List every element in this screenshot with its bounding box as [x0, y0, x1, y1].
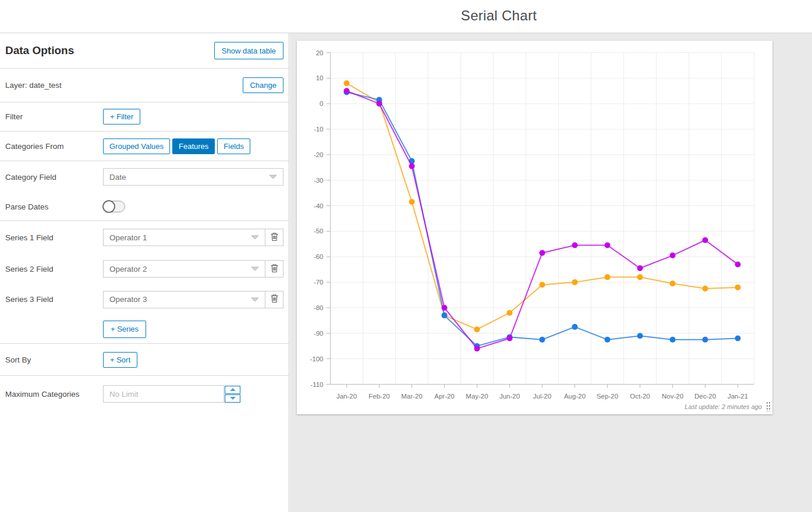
serial-chart-card: 20100-10-20-30-40-50-60-70-80-90-100-110… [297, 41, 772, 414]
y-axis-label: -20 [314, 151, 324, 158]
chart-point[interactable] [703, 337, 708, 343]
category-field-dropdown[interactable]: Date [103, 168, 283, 186]
categories-from-features-button[interactable]: Features [172, 138, 215, 154]
categories-from-label: Categories From [5, 142, 103, 151]
chart-point[interactable] [344, 80, 350, 86]
series-3-delete-button[interactable] [265, 291, 283, 308]
change-layer-button[interactable]: Change [243, 77, 283, 93]
sort-by-label: Sort By [5, 355, 103, 364]
y-axis-label: -30 [314, 177, 324, 184]
add-series-button[interactable]: + Series [103, 321, 146, 338]
stepper-down-button[interactable] [225, 394, 240, 403]
category-field-row: Category Field Date [0, 161, 289, 193]
chart-point[interactable] [670, 280, 676, 286]
chart-point[interactable] [703, 237, 708, 243]
chart-point[interactable] [540, 282, 545, 288]
last-update-text: Last update: 2 minutes ago [685, 403, 762, 410]
chart-point[interactable] [474, 346, 480, 351]
show-data-table-button[interactable]: Show data table [214, 42, 283, 59]
maximum-categories-row: Maximum Categories [0, 376, 289, 412]
y-axis-label: -50 [314, 227, 324, 234]
chart-point[interactable] [572, 324, 578, 330]
y-axis-label: 10 [316, 74, 324, 81]
chart-point[interactable] [377, 101, 382, 106]
category-field-label: Category Field [5, 173, 103, 182]
series-3-dropdown[interactable]: Operator 3 [103, 291, 265, 308]
chart-point[interactable] [540, 250, 545, 256]
trash-icon [270, 294, 279, 305]
serial-chart-config-page: Serial Chart Data Options Show data tabl… [0, 0, 812, 512]
chart-point[interactable] [409, 163, 415, 169]
category-field-value: Date [104, 173, 269, 182]
title-bar: Serial Chart [0, 0, 812, 33]
x-axis-label: Mar-20 [401, 393, 422, 400]
parse-dates-label: Parse Dates [5, 202, 103, 211]
panel-header: Data Options Show data table [0, 33, 289, 69]
chart-point[interactable] [637, 333, 643, 339]
chart-point[interactable] [474, 326, 480, 332]
parse-dates-toggle[interactable] [103, 201, 125, 212]
series-1-row: Series 1 Field Operator 1 [0, 221, 289, 254]
chevron-down-icon [251, 235, 259, 240]
chart-point[interactable] [572, 243, 578, 248]
serial-chart[interactable]: 20100-10-20-30-40-50-60-70-80-90-100-110… [297, 41, 772, 401]
series-2-value: Operator 2 [104, 265, 251, 273]
y-axis-label: -90 [314, 330, 324, 337]
sort-by-row: Sort By + Sort [0, 344, 289, 376]
chart-point[interactable] [540, 337, 545, 343]
filter-label: Filter [5, 112, 103, 121]
series-3-label: Series 3 Field [5, 295, 103, 304]
x-axis-label: Jul-20 [533, 393, 551, 400]
chart-line-operator-2 [347, 83, 738, 329]
maximum-categories-label: Maximum Categories [5, 390, 103, 399]
chart-point[interactable] [507, 336, 513, 342]
chart-point[interactable] [735, 261, 741, 267]
maximum-categories-input[interactable] [103, 385, 224, 403]
x-axis-label: Jun-20 [499, 393, 520, 400]
chevron-down-icon [251, 297, 259, 302]
add-sort-button[interactable]: + Sort [103, 352, 137, 368]
chevron-down-icon [269, 175, 277, 179]
chart-point[interactable] [507, 310, 513, 316]
chart-point[interactable] [442, 305, 448, 311]
chart-line-operator-3 [347, 91, 738, 349]
add-filter-button[interactable]: + Filter [103, 109, 140, 125]
resize-grip-icon[interactable] [766, 401, 771, 411]
add-series-row: + Series [0, 315, 289, 344]
y-axis-label: -10 [314, 126, 324, 133]
series-3-value: Operator 3 [104, 295, 251, 304]
stepper-up-button[interactable] [225, 386, 240, 394]
chart-point[interactable] [605, 337, 611, 343]
series-2-label: Series 2 Field [5, 265, 103, 273]
layer-row: Layer: date_test Change [0, 69, 289, 102]
series-1-delete-button[interactable] [265, 229, 283, 246]
chart-point[interactable] [735, 285, 741, 290]
series-3-row: Series 3 Field Operator 3 [0, 284, 289, 315]
chart-point[interactable] [409, 199, 415, 205]
y-axis-label: -70 [314, 279, 324, 286]
x-axis-label: Feb-20 [368, 393, 389, 400]
trash-icon [270, 232, 279, 243]
chart-point[interactable] [735, 336, 741, 342]
chart-point[interactable] [572, 279, 578, 285]
series-2-dropdown[interactable]: Operator 2 [103, 260, 265, 278]
x-axis-label: May-20 [466, 393, 488, 400]
chart-point[interactable] [670, 253, 676, 258]
x-axis-label: Jan-21 [728, 393, 748, 400]
chart-point[interactable] [605, 243, 611, 248]
chart-point[interactable] [703, 286, 708, 291]
layer-label: Layer: date_test [5, 81, 62, 90]
chart-point[interactable] [605, 274, 611, 280]
series-2-delete-button[interactable] [265, 260, 283, 278]
x-axis-label: Aug-20 [564, 393, 586, 400]
chart-point[interactable] [442, 312, 448, 318]
chart-point[interactable] [637, 274, 643, 280]
y-axis-label: 20 [316, 49, 324, 56]
chart-point[interactable] [344, 88, 350, 94]
panel-title: Data Options [5, 44, 74, 57]
chart-point[interactable] [670, 337, 676, 343]
categories-from-grouped-values-button[interactable]: Grouped Values [103, 138, 170, 154]
chart-point[interactable] [637, 265, 643, 271]
series-1-dropdown[interactable]: Operator 1 [103, 229, 265, 246]
categories-from-fields-button[interactable]: Fields [217, 138, 250, 154]
